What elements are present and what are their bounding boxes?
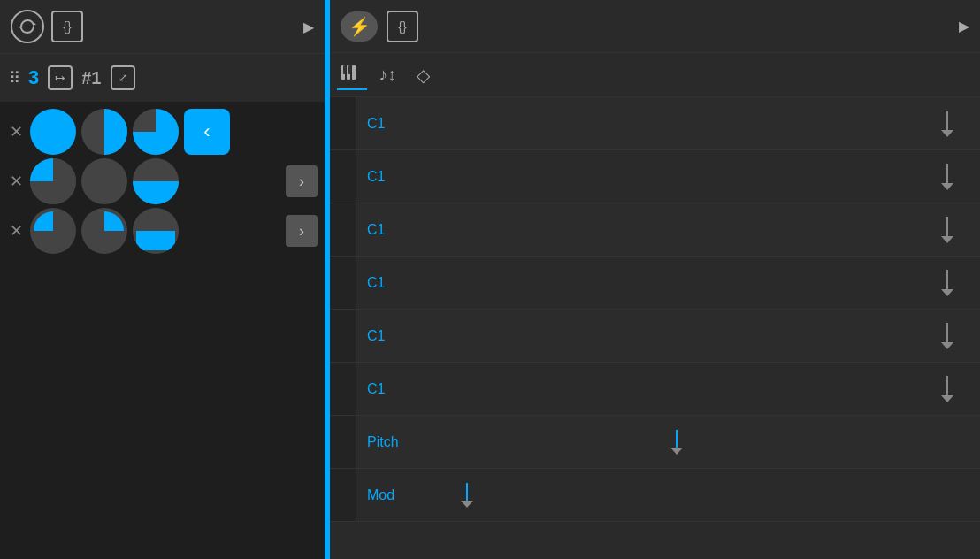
left-top-bar-left: {} bbox=[11, 10, 83, 43]
row-label-4: C1 bbox=[356, 275, 427, 291]
row-content-4[interactable] bbox=[427, 257, 980, 309]
mod-pin bbox=[461, 483, 473, 508]
row-label-3: C1 bbox=[356, 222, 427, 238]
circle-1-3[interactable] bbox=[133, 109, 179, 155]
row-label-pitch: Pitch bbox=[356, 434, 427, 450]
pin-4 bbox=[941, 270, 953, 296]
pin-6 bbox=[941, 376, 953, 402]
row-handle-2[interactable] bbox=[330, 150, 356, 203]
circle-2-1[interactable] bbox=[30, 158, 76, 204]
circle-3-1[interactable] bbox=[30, 208, 76, 254]
note-row-4: C1 bbox=[330, 257, 980, 310]
right-play-button[interactable]: ▶ bbox=[959, 18, 969, 34]
left-play-button[interactable]: ▶ bbox=[303, 19, 314, 35]
bolt-button[interactable]: ⚡ bbox=[341, 11, 378, 42]
right-braces-icon[interactable]: {} bbox=[387, 11, 418, 42]
svg-rect-7 bbox=[352, 65, 356, 80]
row-label-6: C1 bbox=[356, 381, 427, 397]
nav-right-2[interactable]: › bbox=[286, 165, 318, 197]
svg-rect-9 bbox=[348, 65, 351, 74]
row-content-3[interactable] bbox=[427, 203, 980, 256]
expand-icon[interactable]: ⤢ bbox=[111, 65, 135, 90]
remove-row-3-button[interactable]: ✕ bbox=[7, 221, 25, 241]
pitch-row: Pitch bbox=[330, 416, 980, 469]
row-handle-3[interactable] bbox=[330, 203, 356, 256]
circle-2-3[interactable] bbox=[133, 158, 179, 204]
row-label-5: C1 bbox=[356, 328, 427, 344]
left-panel: {} ▶ ⠿ 3 ↦ #1 ⤢ ✕ ‹ ✕ bbox=[0, 0, 327, 559]
left-braces-icon[interactable]: {} bbox=[51, 11, 83, 42]
grid-area: ✕ ‹ ✕ › ✕ bbox=[0, 102, 325, 559]
loop-icon[interactable] bbox=[11, 10, 44, 43]
note-row-3: C1 bbox=[330, 203, 980, 257]
pin-1 bbox=[941, 111, 953, 137]
circle-3-3[interactable] bbox=[133, 208, 179, 254]
track-number: 3 bbox=[28, 66, 39, 89]
row-label-mod: Mod bbox=[356, 487, 427, 503]
mod-row: Mod bbox=[330, 469, 980, 522]
pin-5 bbox=[941, 323, 953, 349]
row-handle-mod[interactable] bbox=[330, 469, 356, 521]
row-handle-1[interactable] bbox=[330, 97, 356, 149]
pitch-pin bbox=[670, 430, 683, 455]
piano-view-button[interactable] bbox=[337, 60, 367, 90]
circle-2-2[interactable] bbox=[81, 158, 127, 204]
arrow-in-icon[interactable]: ↦ bbox=[48, 65, 73, 90]
row-content-mod[interactable] bbox=[427, 469, 980, 521]
row-handle-5[interactable] bbox=[330, 310, 356, 362]
grid-row-1: ✕ ‹ bbox=[7, 109, 318, 155]
right-top-bar: ⚡ {} ▶ bbox=[330, 0, 980, 53]
grid-row-3: ✕ › bbox=[7, 208, 318, 254]
right-panel: ⚡ {} ▶ ♪↕ ◇ C1 bbox=[327, 0, 980, 559]
nav-right-3[interactable]: › bbox=[286, 215, 318, 247]
row-content-5[interactable] bbox=[427, 310, 980, 362]
note-row-2: C1 bbox=[330, 150, 980, 203]
circle-1-1[interactable] bbox=[30, 109, 76, 155]
circle-3-2[interactable] bbox=[81, 208, 127, 254]
row-content-2[interactable] bbox=[427, 150, 980, 203]
note-row-6: C1 bbox=[330, 363, 980, 416]
row-content-1[interactable] bbox=[427, 97, 980, 149]
left-top-bar: {} ▶ bbox=[0, 0, 325, 53]
note-row-5: C1 bbox=[330, 310, 980, 363]
circle-2-4-empty bbox=[184, 158, 230, 204]
note-rows-area: C1 C1 C1 bbox=[330, 97, 980, 559]
row-handle-4[interactable] bbox=[330, 257, 356, 309]
row-handle-pitch[interactable] bbox=[330, 416, 356, 468]
remove-row-2-button[interactable]: ✕ bbox=[7, 172, 25, 191]
row-handle-6[interactable] bbox=[330, 363, 356, 415]
row-label-2: C1 bbox=[356, 169, 427, 185]
circle-1-2[interactable] bbox=[81, 109, 127, 155]
circle-3-4-empty bbox=[184, 208, 230, 254]
row-content-pitch[interactable] bbox=[427, 416, 980, 468]
svg-rect-8 bbox=[343, 65, 346, 74]
svg-rect-3 bbox=[136, 231, 175, 250]
pin-3 bbox=[941, 217, 953, 243]
remove-row-1-button[interactable]: ✕ bbox=[7, 122, 25, 142]
dots-grid-icon[interactable]: ⠿ bbox=[9, 68, 19, 88]
grid-row-2: ✕ › bbox=[7, 158, 318, 204]
diamond-view-button[interactable]: ◇ bbox=[408, 60, 438, 90]
pin-2 bbox=[941, 164, 953, 190]
row-label-1: C1 bbox=[356, 116, 427, 132]
right-second-bar: ♪↕ ◇ bbox=[330, 53, 980, 97]
note-view-button[interactable]: ♪↕ bbox=[372, 60, 402, 90]
note-row-1: C1 bbox=[330, 97, 980, 150]
circle-1-4-selected[interactable]: ‹ bbox=[184, 109, 230, 155]
hash-label: #1 bbox=[81, 68, 101, 88]
left-second-bar: ⠿ 3 ↦ #1 ⤢ bbox=[0, 53, 325, 102]
row-content-6[interactable] bbox=[427, 363, 980, 415]
